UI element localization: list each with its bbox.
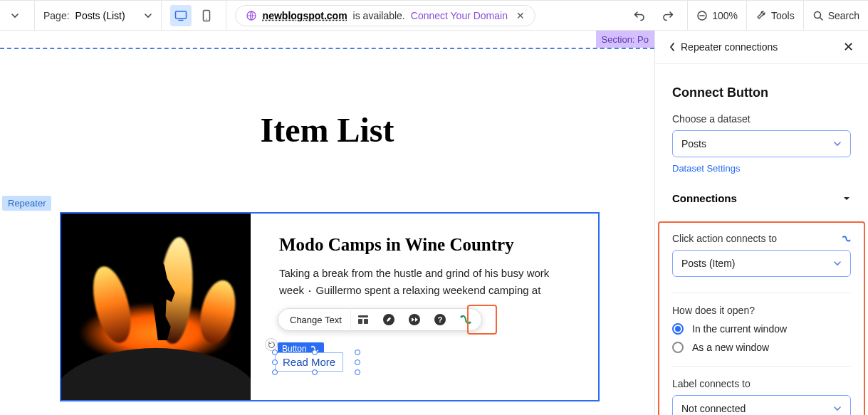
radio-checked-icon	[672, 323, 684, 335]
search-label: Search	[828, 10, 859, 21]
read-more-button[interactable]: Read More	[275, 352, 343, 372]
svg-point-15	[469, 321, 471, 323]
repeater-tag[interactable]: Repeater	[2, 196, 51, 211]
tools-button[interactable]: Tools	[755, 10, 795, 21]
design-paint-icon[interactable]	[376, 308, 402, 331]
domain-pill[interactable]: newblogspot.com is available. Connect Yo…	[235, 5, 535, 26]
svg-rect-9	[364, 319, 368, 324]
label-connects-select[interactable]: Not connected	[672, 395, 851, 415]
domain-name: newblogspot.com	[263, 10, 347, 21]
click-action-label: Click action connects to	[672, 233, 777, 244]
svg-point-14	[460, 315, 462, 317]
open-new-window-option[interactable]: As a new window	[672, 342, 851, 353]
element-edit-toolbar: Change Text ?	[278, 308, 482, 331]
change-text-button[interactable]: Change Text	[281, 308, 350, 331]
page-selector-chevron-icon[interactable]	[144, 11, 152, 20]
svg-point-5	[814, 11, 820, 18]
how-open-label: How does it open?	[672, 305, 851, 316]
swap-binding-icon[interactable]	[841, 233, 851, 243]
svg-rect-8	[358, 319, 362, 324]
top-toolbar: Page: Posts (List) newblogspot.com is av…	[0, 1, 868, 31]
globe-icon	[246, 10, 257, 21]
dataset-select[interactable]: Posts	[672, 130, 851, 157]
zoom-control[interactable]: 100%	[696, 10, 738, 21]
domain-available-text: is available.	[353, 10, 405, 21]
search-icon	[812, 10, 824, 21]
page-title[interactable]: Item List	[0, 110, 654, 149]
panel-close-icon[interactable]: ✕	[843, 39, 854, 55]
connections-header: Connections	[672, 192, 737, 204]
zoom-out-icon	[696, 10, 708, 21]
section-guide-line	[0, 48, 654, 49]
close-pill-icon[interactable]: ✕	[516, 10, 525, 21]
chevron-down-icon[interactable]	[4, 5, 26, 26]
label-connects-value: Not connected	[681, 403, 746, 414]
svg-rect-7	[358, 315, 368, 317]
svg-rect-0	[175, 11, 186, 19]
card-image[interactable]	[61, 214, 251, 400]
radio-unchecked-icon	[672, 342, 684, 353]
chevron-down-icon	[833, 140, 842, 148]
connect-domain-link[interactable]: Connect Your Domain	[411, 10, 508, 21]
page-selector-value[interactable]: Posts (List)	[75, 10, 125, 21]
card-paragraph[interactable]: Taking a break from the hustle and grind…	[279, 265, 570, 299]
page-label: Page:	[43, 10, 70, 21]
zoom-value: 100%	[712, 10, 738, 21]
tools-label: Tools	[771, 10, 795, 21]
svg-text:?: ?	[437, 315, 442, 324]
panel-title: Connect Button	[672, 85, 851, 100]
chevron-down-icon	[833, 404, 842, 413]
click-action-value: Posts (Item)	[681, 258, 735, 269]
animation-icon[interactable]	[402, 308, 427, 331]
collapse-toggle-icon[interactable]	[842, 194, 851, 203]
desktop-view-icon[interactable]	[170, 5, 192, 26]
chevron-left-icon	[669, 43, 675, 51]
card-heading[interactable]: Modo Camps in Wine Country	[279, 235, 570, 255]
tools-icon	[755, 10, 767, 21]
chevron-down-icon	[833, 259, 842, 268]
label-connects-label: Label connects to	[672, 378, 851, 389]
dataset-select-value: Posts	[681, 138, 706, 149]
choose-dataset-label: Choose a dataset	[672, 113, 851, 125]
help-icon[interactable]: ?	[427, 308, 453, 331]
editor-canvas[interactable]: Section: Po Item List Repeater Modo Camp…	[0, 31, 654, 415]
layout-icon[interactable]	[350, 308, 376, 331]
connect-data-icon[interactable]	[453, 308, 479, 331]
svg-point-2	[206, 19, 207, 20]
svg-rect-6	[309, 290, 310, 292]
undo-icon[interactable]	[629, 5, 650, 26]
section-tag[interactable]: Section: Po	[596, 31, 655, 48]
connections-highlight-block: Click action connects to Posts (Item) Ho…	[658, 221, 865, 415]
redo-icon[interactable]	[657, 5, 679, 26]
click-action-select[interactable]: Posts (Item)	[672, 250, 851, 277]
open-current-window-option[interactable]: In the current window	[672, 323, 851, 335]
right-panel: Repeater connections ✕ Connect Button Ch…	[654, 31, 868, 415]
dataset-settings-link[interactable]: Dataset Settings	[672, 163, 740, 174]
panel-back-button[interactable]: Repeater connections	[669, 41, 778, 53]
search-button[interactable]: Search	[812, 10, 859, 21]
read-more-selection[interactable]: Read More	[275, 352, 357, 374]
mobile-view-icon[interactable]	[196, 5, 217, 26]
